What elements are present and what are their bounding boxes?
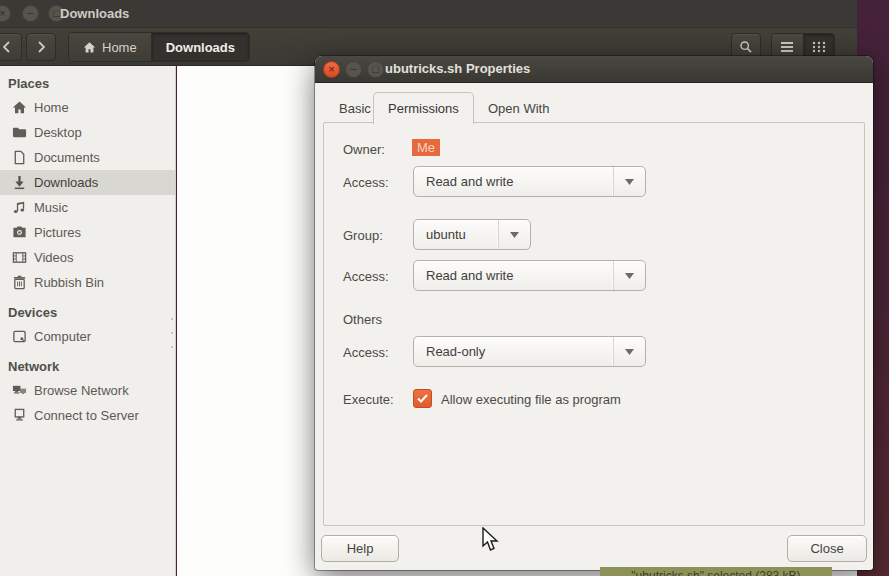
pane-resize-handle[interactable] — [171, 318, 174, 348]
others-access-dropdown[interactable]: Read-only — [413, 336, 646, 367]
sidebar-item-label: Desktop — [34, 125, 82, 140]
dialog-minimize-button[interactable]: − — [345, 61, 362, 78]
breadcrumb-home[interactable]: Home — [69, 33, 151, 61]
sidebar-heading-devices: Devices — [0, 295, 175, 324]
group-value: ubuntu — [414, 227, 498, 242]
sidebar-item-music[interactable]: Music — [0, 195, 175, 220]
chevron-down-icon — [613, 261, 645, 290]
home-icon — [12, 100, 27, 115]
execute-checkbox[interactable] — [413, 389, 432, 408]
trash-icon — [12, 275, 27, 290]
dialog-maximize-button[interactable]: □ — [367, 61, 384, 78]
sidebar-item-label: Rubbish Bin — [34, 275, 104, 290]
sidebar-item-label: Computer — [34, 329, 91, 344]
chevron-down-icon — [613, 167, 645, 196]
group-access-value: Read and write — [414, 268, 613, 283]
breadcrumb-current-label: Downloads — [166, 40, 235, 55]
dialog-close-button[interactable]: × — [323, 61, 340, 78]
sidebar-item-label: Pictures — [34, 225, 81, 240]
sidebar-item-downloads[interactable]: Downloads — [0, 170, 175, 195]
camera-icon — [12, 225, 27, 240]
music-icon — [12, 200, 27, 215]
disk-icon — [12, 329, 27, 344]
breadcrumb-home-label: Home — [102, 40, 137, 55]
breadcrumb-current[interactable]: Downloads — [151, 33, 249, 61]
group-label: Group: — [343, 228, 383, 243]
properties-dialog: × − □ ubutricks.sh Properties Basic Perm… — [315, 56, 873, 570]
search-icon — [739, 40, 753, 54]
owner-access-value: Read and write — [414, 174, 613, 189]
owner-access-dropdown[interactable]: Read and write — [413, 166, 646, 197]
back-icon — [2, 41, 12, 53]
sidebar-item-pictures[interactable]: Pictures — [0, 220, 175, 245]
execute-label: Execute: — [343, 392, 394, 407]
window-title: Downloads — [60, 6, 129, 21]
window-minimize-button[interactable]: − — [22, 5, 39, 22]
list-view-icon — [780, 41, 794, 53]
chevron-down-icon — [613, 337, 645, 366]
status-text: "ubutricks.sh" selected (283 kB) — [631, 569, 800, 576]
others-label: Others — [343, 312, 382, 327]
sidebar-item-label: Music — [34, 200, 68, 215]
status-bar: "ubutricks.sh" selected (283 kB) — [600, 567, 832, 576]
document-icon — [12, 150, 27, 165]
tab-open-with[interactable]: Open With — [474, 94, 563, 123]
sidebar-item-rubbish-bin[interactable]: Rubbish Bin — [0, 270, 175, 295]
network-icon — [12, 383, 27, 398]
sidebar-item-documents[interactable]: Documents — [0, 145, 175, 170]
sidebar-item-browse-network[interactable]: Browse Network — [0, 378, 175, 403]
group-access-dropdown[interactable]: Read and write — [413, 260, 646, 291]
window-titlebar: × − □ Downloads — [0, 0, 857, 28]
sidebar: Places Home Desktop Documents Downloads … — [0, 66, 176, 576]
sidebar-item-label: Browse Network — [34, 383, 129, 398]
forward-button[interactable] — [26, 33, 56, 61]
sidebar-item-connect-to-server[interactable]: Connect to Server — [0, 403, 175, 428]
download-icon — [12, 175, 27, 190]
dialog-titlebar: × − □ ubutricks.sh Properties — [315, 56, 873, 83]
mouse-cursor — [482, 527, 500, 556]
sidebar-item-home[interactable]: Home — [0, 95, 175, 120]
film-icon — [12, 250, 27, 265]
check-icon — [417, 394, 428, 403]
sidebar-item-label: Connect to Server — [34, 408, 139, 423]
server-icon — [12, 408, 27, 423]
help-button[interactable]: Help — [321, 535, 399, 562]
sidebar-heading-network: Network — [0, 349, 175, 378]
desktop-folder-icon — [12, 125, 27, 140]
window-close-button[interactable]: × — [0, 5, 11, 22]
sidebar-item-label: Documents — [34, 150, 100, 165]
sidebar-item-videos[interactable]: Videos — [0, 245, 175, 270]
sidebar-item-desktop[interactable]: Desktop — [0, 120, 175, 145]
icon-view-icon — [812, 41, 826, 53]
chevron-down-icon — [498, 220, 530, 249]
execute-checkbox-label: Allow executing file as program — [441, 392, 621, 407]
sidebar-item-label: Downloads — [34, 175, 98, 190]
group-dropdown[interactable]: ubuntu — [413, 219, 531, 250]
owner-value[interactable]: Me — [412, 139, 440, 156]
sidebar-item-label: Home — [34, 100, 69, 115]
tab-permissions[interactable]: Permissions — [373, 92, 474, 124]
back-button[interactable] — [0, 33, 22, 61]
sidebar-item-computer[interactable]: Computer — [0, 324, 175, 349]
owner-label: Owner: — [343, 142, 385, 157]
breadcrumb: Home Downloads — [68, 32, 250, 62]
dialog-title: ubutricks.sh Properties — [385, 61, 530, 76]
sidebar-item-label: Videos — [34, 250, 74, 265]
owner-access-label: Access: — [343, 175, 389, 190]
sidebar-heading-places: Places — [0, 66, 175, 95]
others-access-label: Access: — [343, 345, 389, 360]
close-button[interactable]: Close — [787, 535, 867, 562]
others-access-value: Read-only — [414, 344, 613, 359]
home-icon — [83, 41, 96, 54]
forward-icon — [36, 41, 46, 53]
group-access-label: Access: — [343, 269, 389, 284]
